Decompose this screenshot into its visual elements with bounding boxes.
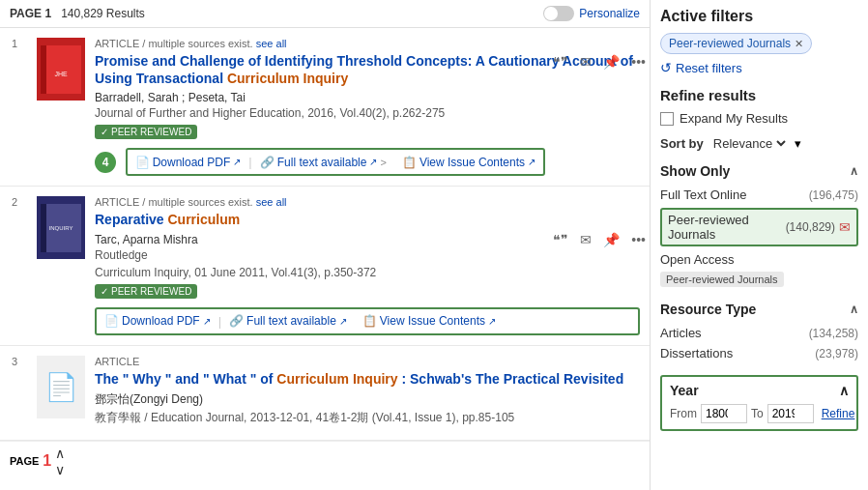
see-all-1[interactable]: see all	[256, 38, 287, 49]
pin-btn-2[interactable]: 📌	[601, 230, 622, 249]
svg-text:JHE: JHE	[54, 71, 68, 77]
peer-badge-2: PEER REVIEWED	[95, 284, 197, 299]
result-number-2: 2	[12, 196, 27, 208]
show-only-header: Show Only ∧	[660, 163, 858, 179]
resource-type-chevron[interactable]: ∧	[850, 303, 858, 316]
peer-badge-1: PEER REVIEWED	[95, 125, 197, 139]
page-number-display: 1	[43, 452, 51, 470]
result-item-1: 1 JHE ARTICLE / multiple sources exist. …	[0, 28, 650, 187]
result-thumb-3: 📄	[37, 356, 85, 418]
pdf-icon-2: 📄	[104, 314, 119, 328]
filter-full-text[interactable]: Full Text Online (196,475)	[660, 185, 858, 205]
svg-rect-6	[41, 204, 46, 252]
action-links-2: 📄 Download PDF ↗ | 🔗 Full text available…	[95, 307, 640, 335]
result-thumb-1: JHE	[37, 38, 85, 101]
svg-rect-2	[41, 45, 46, 94]
year-from-input[interactable]	[701, 404, 747, 423]
page-label: PAGE 1	[10, 7, 51, 20]
cite-btn-1[interactable]: ❝❞	[551, 52, 570, 72]
link-icon-2: 🔗	[229, 314, 244, 328]
filter-peer-reviewed[interactable]: Peer-reviewed Journals (140,829) ✉	[660, 208, 858, 246]
more-btn-1[interactable]: •••	[629, 52, 648, 72]
result-meta-3: ARTICLE	[95, 356, 640, 367]
download-pdf-1[interactable]: 📄 Download PDF ↗	[135, 155, 242, 169]
pin-btn-1[interactable]: 📌	[601, 52, 622, 72]
sort-select[interactable]: Relevance	[709, 135, 789, 152]
ext-2c: ↗	[488, 316, 496, 327]
page-up[interactable]: ∧	[55, 446, 65, 461]
issue-icon-1: 📋	[402, 156, 417, 169]
result-meta-2: ARTICLE / multiple sources exist. see al…	[95, 196, 640, 208]
result-journal-1: Journal of Further and Higher Education,…	[95, 106, 640, 120]
issue-icon-2: 📋	[362, 314, 377, 328]
view-issue-2[interactable]: 📋 View Issue Contents ↗	[362, 314, 496, 329]
download-pdf-2[interactable]: 📄 Download PDF ↗	[104, 314, 211, 329]
expand-label: Expand My Results	[680, 111, 788, 126]
result-title-2: Reparative Curriculum	[95, 211, 640, 228]
external-icon-1a: ↗	[233, 157, 241, 167]
action-links-1: 📄 Download PDF ↗ | 🔗 Full text available…	[126, 148, 545, 176]
personalize-toggle[interactable]: Personalize	[543, 6, 640, 21]
svg-rect-1	[41, 45, 81, 94]
sort-chevron: ▾	[795, 136, 801, 151]
email-btn-2[interactable]: ✉	[578, 230, 593, 249]
expand-checkbox[interactable]	[660, 112, 674, 126]
filter-dissertations[interactable]: Dissertations (23,978)	[660, 343, 858, 363]
resource-type-header: Resource Type ∧	[660, 302, 858, 317]
expand-row: Expand My Results	[660, 111, 858, 126]
year-refine-btn[interactable]: Refine	[822, 407, 855, 420]
right-sidebar: Active filters Peer-reviewed Journals ✕ …	[651, 0, 868, 490]
result-journal-2: Curriculum Inquiry, 01 June 2011, Vol.41…	[95, 266, 640, 279]
link-icon-1: 🔗	[260, 156, 275, 169]
result-number-3: 3	[12, 356, 27, 367]
result-thumb-2: INQUIRY	[37, 196, 85, 259]
result-authors-1: Barradell, Sarah ; Peseta, Tai	[95, 91, 640, 104]
open-access-tag: Peer-reviewed Journals	[660, 272, 784, 287]
email-alert-icon[interactable]: ✉	[839, 219, 851, 235]
article-icon-3: 📄	[44, 371, 78, 403]
top-bar: PAGE 1 140,829 Results Personalize	[0, 0, 650, 28]
personalize-label: Personalize	[579, 7, 640, 20]
show-only-chevron[interactable]: ∧	[850, 164, 858, 178]
personalize-switch[interactable]	[543, 6, 574, 21]
result-item-3: 3 📄 ARTICLE The " Why " and " What " of …	[0, 346, 650, 441]
active-filters-title: Active filters	[660, 8, 858, 25]
result-journal-3: 教育學報 / Education Journal, 2013-12-01, 41…	[95, 410, 640, 426]
sort-label: Sort by	[660, 136, 704, 151]
view-issue-1[interactable]: 📋 View Issue Contents ↗	[402, 155, 535, 169]
filter-chips: Peer-reviewed Journals ✕	[660, 33, 858, 60]
peer-reviewed-chip[interactable]: Peer-reviewed Journals ✕	[660, 33, 812, 54]
external-icon-1c: ↗	[528, 157, 535, 167]
results-count: 140,829 Results	[61, 7, 145, 20]
results-panel: PAGE 1 140,829 Results Personalize 1 JHE…	[0, 0, 651, 490]
result-journal2-2: Routledge	[95, 248, 640, 262]
page-arrows[interactable]: ∧ ∨	[55, 446, 65, 477]
page-bottom-label: PAGE	[10, 455, 39, 467]
filter-articles[interactable]: Articles (134,258)	[660, 323, 858, 343]
more-btn-2[interactable]: •••	[629, 230, 648, 249]
resource-type-section: Resource Type ∧ Articles (134,258) Disse…	[660, 302, 858, 363]
email-btn-1[interactable]: ✉	[578, 52, 593, 72]
page-down[interactable]: ∨	[55, 462, 65, 477]
result-authors-3: 鄧宗怡(Zongyi Deng)	[95, 391, 640, 408]
svg-text:INQUIRY: INQUIRY	[49, 225, 73, 231]
reset-filters-btn[interactable]: Reset filters	[660, 60, 858, 75]
full-text-1[interactable]: 🔗 Full text available ↗ >	[260, 155, 387, 169]
full-text-2[interactable]: 🔗 Full text available ↗	[229, 314, 347, 329]
result-item-2: 2 INQUIRY ARTICLE / multiple sources exi…	[0, 187, 650, 345]
year-to-input[interactable]	[767, 404, 814, 423]
show-only-section: Show Only ∧ Full Text Online (196,475) P…	[660, 163, 858, 290]
sort-row: Sort by Relevance ▾	[660, 135, 858, 152]
remove-chip-btn[interactable]: ✕	[795, 38, 803, 50]
filter-open-access[interactable]: Open Access Peer-reviewed Journals	[660, 249, 858, 290]
year-inputs: From To Refine	[670, 404, 849, 423]
year-section: Year ∧ From To Refine	[660, 375, 858, 431]
page-bottom: PAGE 1 ∧ ∨	[0, 441, 650, 481]
see-all-2[interactable]: see all	[256, 196, 287, 208]
cite-btn-2[interactable]: ❝❞	[551, 230, 570, 249]
page-info: PAGE 1 140,829 Results	[10, 7, 145, 20]
result-title-3: The " Why " and " What " of Curriculum I…	[95, 370, 640, 388]
ext-2a: ↗	[203, 316, 211, 327]
refine-title: Refine results	[660, 87, 858, 103]
year-chevron[interactable]: ∧	[839, 383, 849, 398]
